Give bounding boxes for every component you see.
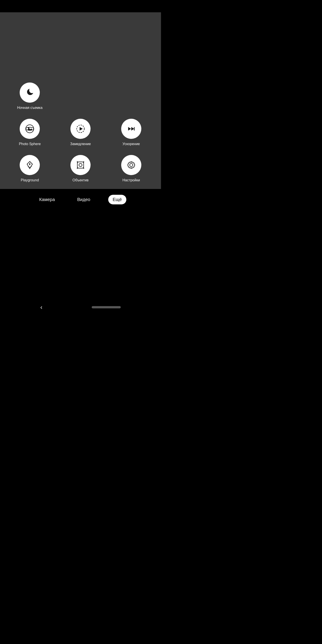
svg-point-14 [130,164,133,166]
playground-icon [24,160,35,170]
svg-marker-6 [131,127,134,130]
slow-motion-icon-circle [70,119,90,139]
svg-marker-5 [128,127,131,130]
svg-point-12 [77,168,78,169]
photo-sphere-icon-circle [20,119,40,139]
night-mode-icon-circle [20,82,40,103]
svg-point-13 [83,168,84,169]
bottom-space [0,210,161,293]
slow-motion-label: Замедление [70,142,91,146]
photo-sphere-label: Photo Sphere [19,142,41,146]
svg-point-9 [79,164,82,166]
playground-label: Playground [21,178,39,182]
modes-grid: Ночная съемка Photo Sphere [0,82,161,182]
svg-rect-7 [134,127,134,130]
home-bar [92,306,121,308]
timelapse-icon [126,124,137,134]
timelapse-icon-circle [121,119,141,139]
night-mode-item[interactable]: Ночная съемка [4,82,55,110]
svg-point-2 [28,127,29,128]
moon-icon [24,87,35,98]
timelapse-label: Ускорение [122,142,140,146]
nav-camera[interactable]: Камера [35,195,59,204]
playground-item[interactable]: Playground [4,155,55,182]
lens-icon [75,160,86,170]
slow-motion-item[interactable]: Замедление [55,119,106,146]
bottom-nav: Камера Видео Ещё [0,189,161,210]
playground-icon-circle [20,155,40,175]
slow-motion-icon [75,124,86,134]
svg-point-11 [83,162,84,162]
svg-point-10 [77,162,78,162]
timelapse-item[interactable]: Ускорение [106,119,156,146]
lens-icon-circle [70,155,90,175]
settings-item[interactable]: Настройки [106,155,156,182]
svg-marker-4 [80,127,83,130]
lens-item[interactable]: Объектив [55,155,106,182]
lens-label: Объектив [72,178,88,182]
nav-video[interactable]: Видео [73,195,94,204]
camera-viewfinder: Ночная съемка Photo Sphere [0,12,161,189]
nav-more[interactable]: Ещё [108,195,126,204]
svg-point-0 [26,125,34,133]
gear-icon [126,160,137,170]
night-mode-label: Ночная съемка [17,106,42,110]
photo-sphere-item[interactable]: Photo Sphere [4,119,55,146]
settings-icon-circle [121,155,141,175]
top-bar [0,0,161,12]
photo-sphere-icon [24,124,35,134]
back-button[interactable]: ‹ [40,304,42,311]
system-nav: ‹ [0,304,161,311]
svg-rect-8 [77,162,84,168]
settings-label: Настройки [122,178,140,182]
